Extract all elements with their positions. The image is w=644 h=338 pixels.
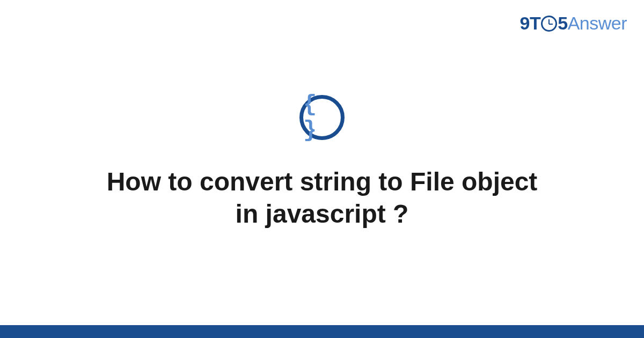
footer-bar (0, 325, 644, 338)
code-icon: { } (299, 95, 345, 140)
page-title: How to convert string to File object in … (80, 166, 564, 230)
main-content: { } How to convert string to File object… (0, 0, 644, 325)
braces-icon: { } (303, 92, 341, 143)
